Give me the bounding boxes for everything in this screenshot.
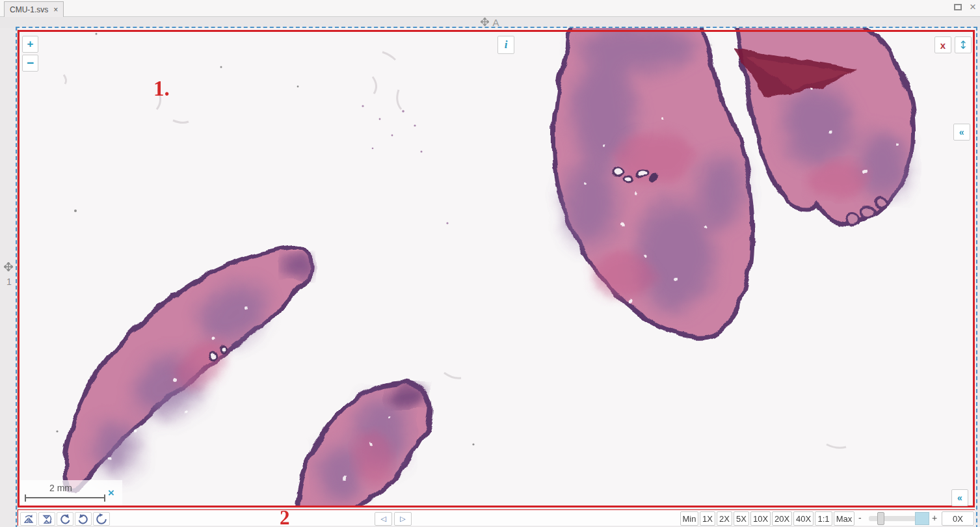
rotate-left-button[interactable] bbox=[57, 512, 73, 526]
window-controls: × bbox=[954, 3, 976, 12]
window-close-icon[interactable]: × bbox=[970, 3, 976, 12]
zoom-out-button[interactable]: − bbox=[22, 55, 38, 72]
zoom-slider-minus[interactable]: - bbox=[858, 513, 862, 523]
move-icon bbox=[481, 17, 489, 29]
rotate-right-icon bbox=[77, 513, 89, 525]
tab-title: CMU-1.svs bbox=[10, 5, 48, 14]
zoom-preset-40x[interactable]: 40X bbox=[793, 511, 814, 526]
collapse-panel-bottom-button[interactable]: « bbox=[951, 489, 968, 506]
scale-bar-close-icon[interactable]: × bbox=[108, 487, 114, 500]
tab-cmu-1-svs[interactable]: CMU-1.svs × bbox=[4, 1, 64, 17]
zoom-slider-thumb[interactable] bbox=[877, 512, 884, 525]
viewport-title-bar[interactable]: A bbox=[0, 17, 980, 28]
zoom-preset-10x[interactable]: 10X bbox=[750, 511, 771, 526]
collapse-panel-top-button[interactable]: « bbox=[953, 124, 970, 141]
current-zoom-display: 0X bbox=[942, 511, 974, 526]
rotate-right-button[interactable] bbox=[75, 512, 92, 526]
maximize-icon[interactable] bbox=[954, 4, 962, 10]
move-icon bbox=[4, 262, 13, 274]
scale-bar-line bbox=[25, 494, 105, 502]
zoom-preset-max[interactable]: Max bbox=[834, 511, 854, 526]
scale-bar-label: 2 mm bbox=[49, 483, 72, 493]
slide-image bbox=[18, 28, 946, 507]
scale-bar: 2 mm × bbox=[20, 480, 122, 506]
fit-height-button[interactable]: ↕ bbox=[955, 36, 972, 53]
tab-close-icon[interactable]: × bbox=[53, 5, 58, 14]
info-button[interactable]: i bbox=[497, 36, 514, 54]
zoom-slider-plus[interactable]: + bbox=[932, 513, 937, 523]
row-label: 1 bbox=[7, 277, 12, 287]
flip-horizontal-icon bbox=[23, 514, 34, 524]
previous-slide-button[interactable]: ◁ bbox=[375, 512, 392, 526]
slide-canvas[interactable] bbox=[18, 28, 975, 508]
close-viewport-button[interactable]: x bbox=[934, 36, 951, 53]
next-slide-button[interactable]: ▷ bbox=[394, 512, 412, 526]
flip-horizontal-button[interactable] bbox=[20, 512, 37, 526]
rotate-left-icon bbox=[59, 513, 71, 525]
viewer-toolbar: ◁ ▷ Min 1X 2X 5X 10X 20X 40X 1:1 Max - +… bbox=[18, 510, 975, 526]
zoom-preset-20x[interactable]: 20X bbox=[772, 511, 792, 526]
zoom-slider-highlight[interactable] bbox=[915, 512, 929, 525]
row-handle-strip[interactable]: 1 bbox=[0, 28, 18, 527]
zoom-preset-min[interactable]: Min bbox=[680, 511, 698, 526]
tab-bar: CMU-1.svs × × bbox=[0, 0, 980, 17]
zoom-preset-1x[interactable]: 1X bbox=[700, 511, 715, 526]
flip-vertical-button[interactable] bbox=[38, 512, 55, 526]
reset-rotation-button[interactable] bbox=[93, 512, 110, 526]
flip-vertical-icon bbox=[41, 514, 53, 524]
zoom-preset-1-1[interactable]: 1:1 bbox=[815, 511, 832, 526]
zoom-preset-5x[interactable]: 5X bbox=[734, 511, 749, 526]
reset-rotation-icon bbox=[96, 513, 107, 525]
zoom-in-button[interactable]: + bbox=[22, 36, 38, 53]
viewport-label: A bbox=[492, 17, 499, 28]
zoom-preset-2x[interactable]: 2X bbox=[717, 511, 732, 526]
